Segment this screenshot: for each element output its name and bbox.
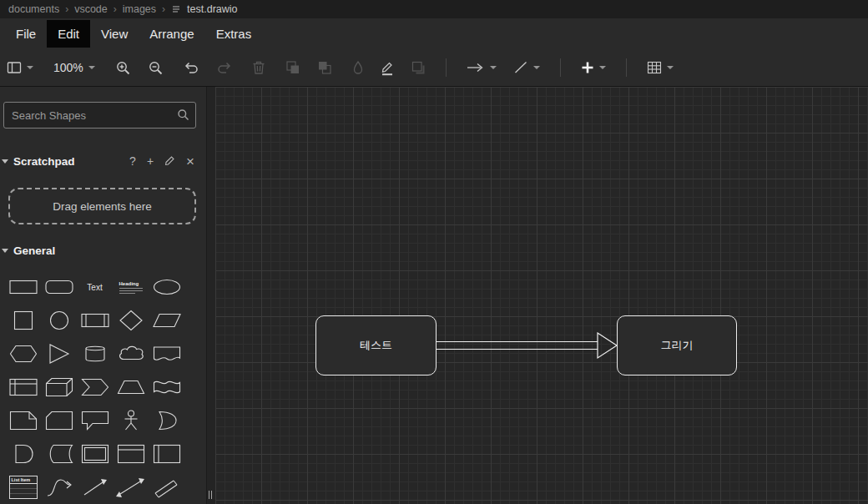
diagonal-line-icon: [513, 60, 528, 75]
chevron-down-icon: [490, 66, 497, 69]
shape-tape[interactable]: [149, 370, 184, 404]
redo-icon: [216, 60, 232, 75]
fill-color-button[interactable]: [352, 60, 364, 75]
line-color-icon: [381, 60, 394, 76]
shape-curve[interactable]: [41, 471, 77, 504]
shape-step[interactable]: [77, 370, 113, 404]
shadow-button[interactable]: [411, 60, 426, 75]
connection-style-dropdown[interactable]: [467, 60, 497, 75]
search-icon[interactable]: [177, 108, 189, 124]
shape-vertical-container[interactable]: [149, 437, 184, 471]
shape-or[interactable]: [149, 404, 184, 437]
shape-list[interactable]: List Item: [5, 471, 41, 504]
shape-card[interactable]: [41, 404, 77, 437]
zoom-out-button[interactable]: [148, 60, 164, 76]
shape-internal-storage[interactable]: [5, 370, 41, 404]
general-section-header[interactable]: General: [0, 238, 206, 264]
menu-edit[interactable]: Edit: [47, 20, 90, 48]
scratchpad-edit-icon[interactable]: [164, 155, 175, 168]
shape-triangle[interactable]: [41, 337, 77, 370]
scratchpad-help-icon[interactable]: ?: [129, 155, 136, 167]
drawio-app: documents › vscode › images › test.drawi…: [0, 0, 868, 504]
chevron-down-icon: [599, 66, 606, 69]
to-front-button[interactable]: [285, 60, 300, 75]
fill-color-icon: [352, 60, 364, 75]
shape-process[interactable]: [77, 304, 113, 337]
delete-button[interactable]: [252, 60, 265, 75]
shape-cube[interactable]: [41, 370, 77, 404]
shape-rounded-rectangle[interactable]: [41, 270, 77, 304]
breadcrumb-item-documents[interactable]: documents: [8, 3, 59, 15]
shape-rectangle[interactable]: [5, 270, 41, 304]
sidebar-resize-handle[interactable]: [207, 87, 215, 504]
shape-document[interactable]: [149, 337, 184, 370]
menu-view[interactable]: View: [90, 20, 139, 48]
zoom-level-dropdown[interactable]: 100%: [53, 61, 95, 74]
scratchpad-header[interactable]: Scratchpad ? + ×: [0, 149, 206, 174]
menu-extras[interactable]: Extras: [205, 20, 263, 48]
scratchpad-title: Scratchpad: [13, 155, 75, 168]
undo-button[interactable]: [184, 60, 199, 75]
scratchpad-close-icon[interactable]: ×: [186, 154, 194, 169]
shape-square[interactable]: [5, 304, 41, 337]
chevron-down-icon: [27, 66, 33, 69]
to-back-button[interactable]: [317, 60, 332, 75]
shapes-sidebar: Scratchpad ? + × Drag elements here Gene…: [0, 87, 207, 504]
diagram-canvas[interactable]: 테스트 그리기: [215, 87, 868, 504]
trash-icon: [252, 60, 265, 75]
shape-trapezoid[interactable]: [113, 370, 149, 404]
sidebar-collapse-handle-icon[interactable]: [209, 491, 212, 499]
shape-circle[interactable]: [41, 304, 77, 337]
line-color-button[interactable]: [381, 60, 394, 76]
waypoint-style-dropdown[interactable]: [513, 60, 540, 75]
toolbar-separator: [626, 58, 627, 77]
breadcrumb-separator: ›: [162, 3, 165, 15]
breadcrumb: documents › vscode › images › test.drawi…: [0, 0, 868, 18]
shape-actor[interactable]: [113, 404, 149, 437]
shape-note[interactable]: [5, 404, 41, 437]
shape-link[interactable]: [149, 471, 184, 504]
zoom-in-button[interactable]: [115, 60, 131, 76]
shape-arrow[interactable]: [77, 471, 113, 504]
view-panels-icon: [7, 60, 22, 75]
shape-bidirectional-arrow[interactable]: [113, 471, 149, 504]
shape-ellipse[interactable]: [149, 270, 184, 304]
scratchpad-drop-zone[interactable]: Drag elements here: [8, 188, 196, 224]
menu-arrange[interactable]: Arrange: [139, 20, 204, 48]
insert-dropdown[interactable]: [581, 61, 606, 74]
shape-callout[interactable]: [77, 404, 113, 437]
diagram-edge[interactable]: [215, 87, 868, 504]
shape-palette: TextHeadingList Item: [0, 270, 206, 504]
shape-cloud[interactable]: [113, 337, 149, 370]
redo-button[interactable]: [216, 60, 232, 75]
drawio-file-icon: [171, 4, 181, 14]
shape-and[interactable]: [5, 437, 41, 471]
shape-hexagon[interactable]: [5, 337, 41, 370]
shape-heading[interactable]: Heading: [113, 270, 149, 304]
breadcrumb-file-name: test.drawio: [187, 3, 237, 15]
shape-text[interactable]: Text: [77, 270, 113, 304]
search-box: [3, 102, 196, 129]
search-input[interactable]: [3, 102, 196, 129]
shape-parallelogram[interactable]: [149, 304, 184, 337]
breadcrumb-item-images[interactable]: images: [123, 3, 156, 15]
chevron-down-icon: [533, 66, 540, 69]
zoom-level-value: 100%: [53, 61, 83, 74]
scratchpad-add-icon[interactable]: +: [147, 155, 154, 167]
toolbar-separator: [446, 58, 447, 77]
shape-diamond[interactable]: [113, 304, 149, 337]
menubar: File Edit View Arrange Extras: [0, 18, 868, 49]
diagram-node-1[interactable]: 테스트: [315, 315, 437, 375]
shape-cylinder[interactable]: [77, 337, 113, 370]
undo-icon: [184, 60, 199, 75]
shape-frame[interactable]: [77, 437, 113, 471]
menu-file[interactable]: File: [5, 20, 47, 48]
view-panels-button[interactable]: [7, 60, 33, 75]
shape-data-storage[interactable]: [41, 437, 77, 471]
table-dropdown[interactable]: [647, 60, 674, 75]
chevron-down-icon: [88, 66, 95, 69]
to-back-icon: [317, 60, 332, 75]
breadcrumb-item-vscode[interactable]: vscode: [74, 3, 108, 15]
diagram-node-2[interactable]: 그리기: [617, 315, 737, 375]
shape-container[interactable]: [113, 437, 149, 471]
